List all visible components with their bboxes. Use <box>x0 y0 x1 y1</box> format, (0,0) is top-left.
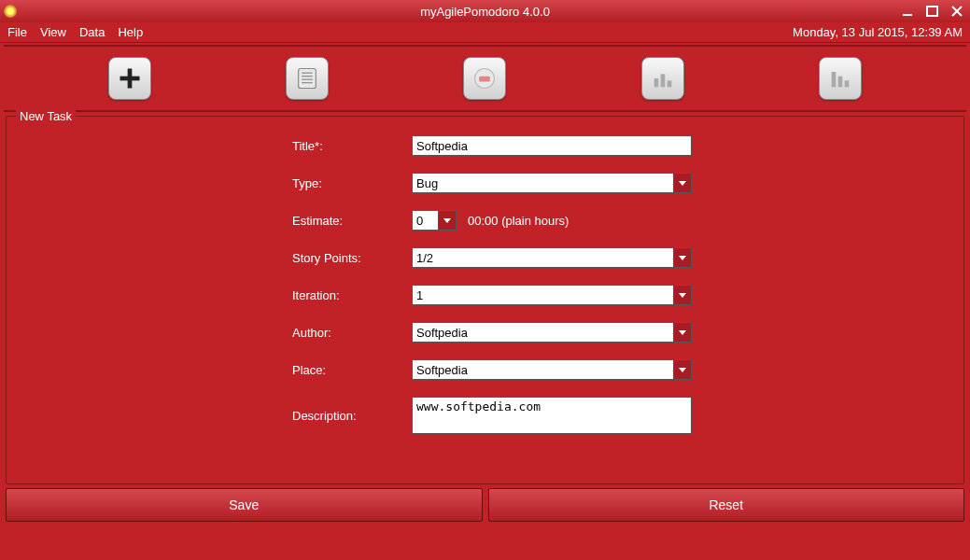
svg-rect-14 <box>832 72 836 87</box>
menu-file[interactable]: File <box>7 25 27 39</box>
svg-rect-11 <box>654 78 658 87</box>
storypoints-select[interactable] <box>412 247 692 268</box>
svg-rect-16 <box>845 80 850 87</box>
maximize-button[interactable] <box>923 4 942 19</box>
menu-view[interactable]: View <box>40 25 66 39</box>
chevron-down-icon[interactable] <box>673 285 692 305</box>
svg-rect-0 <box>903 14 912 16</box>
author-label: Author: <box>292 326 404 340</box>
svg-rect-1 <box>927 7 937 16</box>
datetime-label: Monday, 13 Jul 2015, 12:39 AM <box>793 25 963 39</box>
svg-rect-10 <box>480 77 491 82</box>
estimate-input[interactable] <box>412 210 438 231</box>
chevron-down-icon[interactable] <box>673 359 692 380</box>
menubar: File View Data Help Monday, 13 Jul 2015,… <box>0 22 970 43</box>
menu-help[interactable]: Help <box>118 25 143 39</box>
storypoints-label: Story Points: <box>292 251 404 265</box>
svg-rect-12 <box>660 74 665 87</box>
close-button[interactable] <box>948 4 966 19</box>
window-title: myAgilePomodoro 4.0.0 <box>420 5 550 19</box>
description-label: Description: <box>292 409 404 423</box>
chart-button-2[interactable] <box>819 57 862 100</box>
list-button[interactable] <box>286 57 329 100</box>
svg-rect-4 <box>299 69 316 89</box>
new-task-fieldset: New Task Title*: Type: Estimate: 00:00 (… <box>6 116 964 484</box>
type-select[interactable] <box>412 173 692 193</box>
type-label: Type: <box>292 176 404 190</box>
estimate-hint: 00:00 (plain hours) <box>468 214 569 228</box>
minimize-button[interactable] <box>899 4 918 19</box>
button-bar: Save Reset <box>0 484 970 527</box>
chevron-down-icon[interactable] <box>673 173 692 193</box>
iteration-select[interactable] <box>412 285 692 305</box>
chart-button-1[interactable] <box>641 57 684 100</box>
place-value[interactable] <box>412 359 673 380</box>
toolbar <box>4 45 966 112</box>
app-icon <box>4 5 17 18</box>
svg-rect-3 <box>120 77 140 81</box>
description-input[interactable] <box>412 397 692 434</box>
title-label: Title*: <box>292 139 404 153</box>
reset-button[interactable]: Reset <box>488 488 965 522</box>
iteration-value[interactable] <box>412 285 673 305</box>
author-select[interactable] <box>412 322 692 343</box>
timer-button[interactable] <box>463 57 506 100</box>
chevron-down-icon[interactable] <box>673 247 692 268</box>
svg-rect-13 <box>667 80 671 87</box>
title-input[interactable] <box>412 135 692 156</box>
estimate-label: Estimate: <box>292 214 404 228</box>
add-task-button[interactable] <box>108 57 151 100</box>
svg-rect-15 <box>838 77 843 88</box>
type-value[interactable] <box>412 173 673 193</box>
save-button[interactable]: Save <box>6 488 483 522</box>
fieldset-legend: New Task <box>16 109 76 123</box>
iteration-label: Iteration: <box>292 288 404 302</box>
chevron-down-icon[interactable] <box>438 210 457 231</box>
place-label: Place: <box>292 363 404 377</box>
place-select[interactable] <box>412 359 692 380</box>
window-controls <box>899 4 966 19</box>
author-value[interactable] <box>412 322 673 343</box>
storypoints-value[interactable] <box>412 247 673 268</box>
titlebar: myAgilePomodoro 4.0.0 <box>0 0 970 22</box>
menu-data[interactable]: Data <box>79 25 105 39</box>
chevron-down-icon[interactable] <box>673 322 692 343</box>
